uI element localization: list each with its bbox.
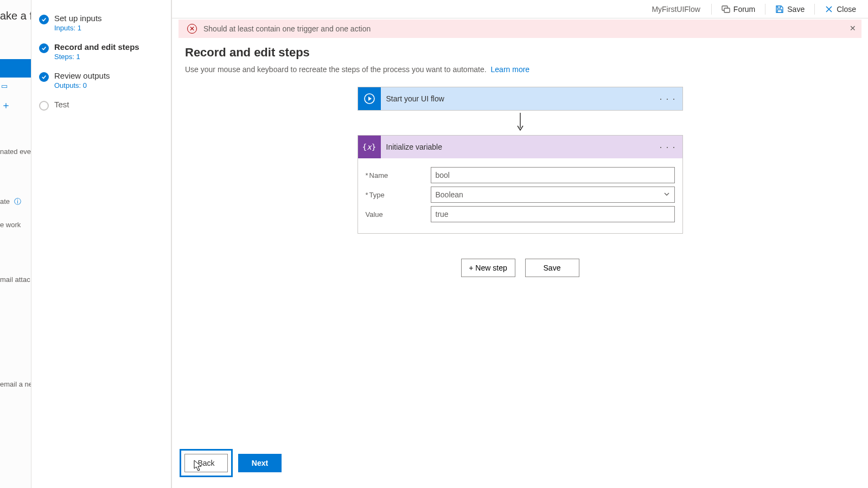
- field-row-type: *Type Boolean: [366, 187, 675, 203]
- type-value: Boolean: [436, 190, 463, 199]
- close-button[interactable]: Close: [820, 3, 860, 16]
- step-check-icon: [39, 15, 49, 24]
- value-label: Value: [366, 210, 431, 219]
- flow-canvas: Start your UI flow · · · {x} Initialize …: [185, 87, 855, 277]
- save-icon: [775, 5, 784, 14]
- connector-arrow-icon: [515, 113, 525, 133]
- start-flow-menu-icon[interactable]: · · ·: [659, 93, 675, 105]
- init-variable-card[interactable]: {x} Initialize variable · · · *Name *Typ…: [358, 135, 683, 234]
- error-icon: ✕: [187, 24, 197, 34]
- wizard-footer: Back Next: [180, 449, 282, 477]
- step-4-title: Test: [54, 100, 69, 109]
- toolbar-separator: [814, 4, 815, 15]
- close-label: Close: [837, 5, 856, 14]
- page-description: Use your mouse and keyboard to recreate …: [185, 65, 855, 74]
- toolbar-separator: [711, 4, 712, 15]
- flow-name: MyFirstUIFlow: [652, 5, 705, 14]
- step-1-title: Set up inputs: [54, 14, 102, 23]
- bg-frag-1: nated even: [0, 138, 31, 156]
- new-step-button[interactable]: + New step: [461, 259, 515, 277]
- info-icon: ⓘ: [14, 197, 21, 206]
- bg-title-fragment: ake a flo: [0, 0, 31, 22]
- init-variable-label: Initialize variable: [381, 143, 443, 151]
- canvas-button-row: + New step Save: [461, 259, 579, 277]
- name-label: *Name: [366, 171, 431, 179]
- save-label: Save: [787, 5, 805, 14]
- step-record-edit[interactable]: Record and edit steps Steps: 1: [31, 40, 171, 68]
- forum-icon: [722, 5, 730, 14]
- main-area: MyFirstUIFlow Forum Save Close ✕ Should …: [171, 0, 868, 488]
- back-button-highlight: Back: [180, 449, 233, 477]
- close-icon: [825, 5, 833, 14]
- canvas-save-button[interactable]: Save: [525, 259, 579, 277]
- forum-button[interactable]: Forum: [717, 3, 760, 16]
- start-flow-card[interactable]: Start your UI flow · · ·: [358, 87, 683, 111]
- bg-highlight: [0, 59, 31, 78]
- bg-frag-5: email a ne: [0, 380, 31, 388]
- obscured-background: ake a flo ▭ ＋ nated even ate ⓘ e work ma…: [0, 0, 31, 488]
- play-icon: [358, 87, 381, 110]
- name-input[interactable]: [431, 167, 675, 183]
- save-button[interactable]: Save: [771, 3, 809, 16]
- bg-frag-4: mail attac: [0, 275, 31, 284]
- step-check-icon: [39, 72, 49, 82]
- init-variable-header[interactable]: {x} Initialize variable · · ·: [358, 136, 682, 158]
- learn-more-link[interactable]: Learn more: [491, 65, 530, 74]
- next-button[interactable]: Next: [238, 454, 282, 472]
- step-review-outputs[interactable]: Review outputs Outputs: 0: [31, 68, 171, 97]
- step-test[interactable]: Test: [31, 97, 171, 118]
- init-variable-body: *Name *Type Boolean Value: [358, 158, 682, 233]
- step-setup-inputs[interactable]: Set up inputs Inputs: 1: [31, 11, 171, 40]
- start-flow-label: Start your UI flow: [381, 94, 444, 103]
- top-toolbar: MyFirstUIFlow Forum Save Close: [172, 0, 868, 18]
- chevron-down-icon: [663, 190, 670, 199]
- bg-frag-3: e work: [0, 221, 31, 229]
- designer-scroll[interactable]: Record and edit steps Use your mouse and…: [172, 38, 868, 488]
- step-1-sub: Inputs: 1: [54, 24, 102, 32]
- error-text: Should at least contain one trigger and …: [203, 24, 371, 33]
- banner-close-icon[interactable]: ✕: [850, 24, 856, 33]
- svg-rect-1: [724, 8, 730, 12]
- type-label: *Type: [366, 191, 431, 199]
- type-select[interactable]: Boolean: [431, 187, 675, 203]
- step-2-title: Record and edit steps: [54, 42, 139, 52]
- step-empty-icon: [39, 101, 49, 111]
- toolbar-separator: [765, 4, 765, 15]
- back-button[interactable]: Back: [184, 454, 228, 472]
- bg-frag-2: ate: [0, 197, 10, 206]
- step-2-sub: Steps: 1: [54, 53, 139, 61]
- variable-icon: {x}: [358, 136, 381, 158]
- field-row-name: *Name: [366, 167, 675, 183]
- step-check-icon: [39, 43, 49, 53]
- step-3-sub: Outputs: 0: [54, 81, 110, 89]
- page-heading: Record and edit steps: [185, 46, 855, 60]
- start-flow-header[interactable]: Start your UI flow · · ·: [358, 87, 682, 110]
- field-row-value: Value: [366, 206, 675, 222]
- page-description-text: Use your mouse and keyboard to recreate …: [185, 65, 487, 74]
- wizard-step-panel: Set up inputs Inputs: 1 Record and edit …: [31, 0, 171, 488]
- error-banner: ✕ Should at least contain one trigger an…: [178, 20, 861, 38]
- value-input[interactable]: [431, 206, 675, 222]
- step-3-title: Review outputs: [54, 71, 110, 80]
- init-variable-menu-icon[interactable]: · · ·: [659, 142, 675, 153]
- forum-label: Forum: [733, 5, 755, 14]
- bg-icon-box: ▭: [0, 78, 31, 94]
- bg-plus-icon: ＋: [0, 94, 31, 116]
